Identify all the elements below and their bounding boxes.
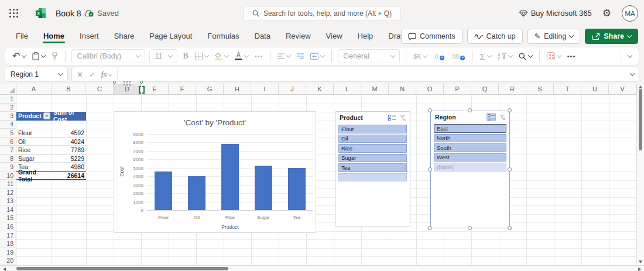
scroll-right-arrow[interactable] bbox=[638, 267, 641, 271]
column-header-S[interactable]: S bbox=[526, 84, 554, 95]
row-header-11[interactable]: 11 bbox=[0, 180, 16, 189]
pivot-product-cell[interactable]: Flour bbox=[16, 129, 52, 138]
excel-logo-icon[interactable]: x bbox=[35, 8, 46, 21]
row-header-14[interactable]: 14 bbox=[0, 205, 16, 214]
column-header-U[interactable]: U bbox=[581, 84, 609, 95]
pivot-cost-cell[interactable]: 5229 bbox=[52, 155, 86, 163]
number-format-select[interactable]: General bbox=[338, 49, 400, 63]
slicer-item-blank[interactable]: (blank) bbox=[434, 163, 506, 171]
app-launcher-waffle-icon[interactable] bbox=[9, 9, 19, 18]
chart-bar-oil[interactable] bbox=[188, 176, 205, 210]
column-header-G[interactable]: G bbox=[196, 84, 224, 95]
account-avatar[interactable]: MA bbox=[622, 5, 638, 22]
pivot-header-product[interactable]: Product bbox=[16, 112, 52, 121]
tab-help[interactable]: Help bbox=[350, 28, 381, 44]
insert-function-button[interactable]: fx bbox=[101, 70, 111, 79]
format-painter-button[interactable] bbox=[50, 51, 59, 61]
column-header-T[interactable]: T bbox=[554, 84, 581, 95]
pivot-row[interactable]: Rice7789 bbox=[16, 146, 86, 155]
tab-file[interactable]: File bbox=[8, 28, 36, 44]
column-header-K[interactable]: K bbox=[306, 84, 334, 95]
select-all-button[interactable] bbox=[0, 84, 16, 95]
borders-button[interactable] bbox=[194, 52, 210, 61]
resize-handle[interactable] bbox=[428, 108, 432, 112]
resize-handle[interactable] bbox=[508, 108, 512, 112]
row-header-8[interactable]: 8 bbox=[0, 155, 16, 163]
pivot-row[interactable]: Oil4024 bbox=[16, 138, 86, 146]
slicer-item-empty[interactable] bbox=[338, 173, 407, 182]
row-header-10[interactable]: 10 bbox=[0, 171, 16, 180]
share-button[interactable]: Share bbox=[585, 29, 638, 44]
settings-gear-icon[interactable]: ⚙ bbox=[602, 8, 611, 18]
font-size-select[interactable]: 11 bbox=[149, 49, 177, 63]
pivot-row[interactable]: Sugar5229 bbox=[16, 155, 86, 163]
increase-decimal-button[interactable]: .00+ bbox=[450, 51, 467, 61]
column-header-A[interactable]: A bbox=[16, 84, 52, 95]
pivot-header-sum-of-cost[interactable]: Sum of Cost bbox=[52, 112, 86, 121]
resize-handle[interactable] bbox=[468, 108, 472, 112]
resize-handle[interactable] bbox=[508, 167, 512, 171]
slicer-item-oil[interactable]: Oil bbox=[338, 135, 407, 143]
row-header-18[interactable]: 18 bbox=[0, 239, 16, 248]
column-header-V[interactable]: V bbox=[609, 84, 636, 95]
row-header-12[interactable]: 12 bbox=[0, 188, 16, 197]
name-box[interactable]: Region 1 bbox=[5, 67, 68, 82]
pivot-row[interactable]: Grand Total26614 bbox=[16, 171, 86, 180]
column-header-I[interactable]: I bbox=[251, 84, 279, 95]
column-header-Q[interactable]: Q bbox=[471, 84, 499, 95]
slicer-item-east[interactable]: East bbox=[434, 124, 506, 133]
chart-bar-rice[interactable] bbox=[221, 144, 239, 210]
slicer-product[interactable]: ProductFlourOilRiceSugarTea bbox=[335, 111, 410, 227]
row-header-4[interactable]: 4 bbox=[0, 121, 16, 129]
paste-button[interactable] bbox=[31, 51, 46, 61]
search-input[interactable]: Search for tools, help, and more (Alt + … bbox=[243, 6, 401, 21]
vertical-scroll-thumb[interactable] bbox=[639, 89, 642, 150]
row-header-2[interactable]: 2 bbox=[0, 104, 16, 112]
tab-share[interactable]: Share bbox=[107, 28, 142, 44]
wrap-text-button[interactable] bbox=[296, 52, 305, 60]
row-header-3[interactable]: 3 bbox=[0, 112, 16, 121]
resize-handle[interactable] bbox=[508, 226, 512, 230]
horizontal-scroll-thumb[interactable] bbox=[16, 267, 228, 270]
column-header-N[interactable]: N bbox=[389, 84, 416, 95]
scroll-up-arrow[interactable] bbox=[639, 85, 642, 88]
slicer-item-west[interactable]: West bbox=[434, 153, 506, 162]
align-button[interactable] bbox=[276, 52, 292, 60]
column-header-O[interactable]: O bbox=[416, 84, 444, 95]
save-status[interactable]: Saved bbox=[84, 9, 119, 18]
multi-select-icon[interactable] bbox=[487, 113, 496, 121]
toolbar-overflow-button[interactable]: ••• bbox=[566, 52, 577, 61]
clear-filter-icon[interactable] bbox=[398, 114, 407, 122]
tab-data[interactable]: Data bbox=[247, 28, 278, 44]
scroll-left-arrow[interactable] bbox=[3, 267, 6, 271]
find-button[interactable] bbox=[518, 52, 533, 61]
pivot-product-cell[interactable]: Oil bbox=[16, 138, 52, 146]
column-header-L[interactable]: L bbox=[334, 84, 361, 95]
tab-view[interactable]: View bbox=[318, 28, 350, 44]
column-header-E[interactable]: E bbox=[141, 84, 169, 95]
pivot-cost-cell[interactable]: 4024 bbox=[52, 138, 86, 146]
row-header-17[interactable]: 17 bbox=[0, 231, 16, 240]
multi-select-icon[interactable] bbox=[387, 114, 396, 122]
pivot-cost-cell[interactable]: 4592 bbox=[52, 129, 86, 138]
row-header-6[interactable]: 6 bbox=[0, 138, 16, 146]
pivot-cost-cell[interactable]: 4980 bbox=[52, 163, 86, 171]
row-header-9[interactable]: 9 bbox=[0, 163, 16, 171]
chart-bar-tea[interactable] bbox=[288, 168, 306, 210]
row-header-1[interactable]: 1 bbox=[0, 95, 16, 104]
pivot-filter-dropdown[interactable] bbox=[43, 112, 50, 119]
pivot-total-label[interactable]: Grand Total bbox=[16, 171, 52, 180]
row-header-19[interactable]: 19 bbox=[0, 248, 16, 257]
bold-button[interactable]: B bbox=[181, 50, 189, 62]
pivot-product-cell[interactable]: Rice bbox=[16, 146, 52, 155]
tab-insert[interactable]: Insert bbox=[72, 28, 107, 44]
more-font-options-button[interactable]: ••• bbox=[254, 52, 265, 61]
slicer-item-rice[interactable]: Rice bbox=[338, 144, 407, 153]
column-header-H[interactable]: H bbox=[224, 84, 251, 95]
merge-cells-button[interactable] bbox=[309, 52, 326, 61]
resize-handle[interactable] bbox=[428, 167, 432, 171]
clear-filter-icon[interactable] bbox=[498, 113, 507, 121]
row-header-5[interactable]: 5 bbox=[0, 129, 16, 138]
slicer-item-tea[interactable]: Tea bbox=[338, 163, 407, 172]
slicer-item-flour[interactable]: Flour bbox=[338, 125, 407, 133]
